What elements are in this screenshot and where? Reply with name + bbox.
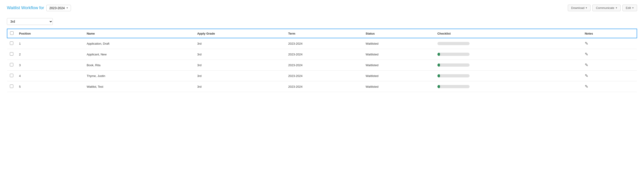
table-row: 3Book, Rita3rd2023-2024Waitlisted✎: [7, 60, 637, 71]
table-row: 4Thyme, Justin3rd2023-2024Waitlisted✎: [7, 71, 637, 81]
cell-term: 2023-2024: [286, 38, 363, 49]
cell-status: Waitlisted: [363, 81, 435, 92]
table-row: 2Applicant, New3rd2023-2024Waitlisted✎: [7, 49, 637, 60]
filter-row: 3rd4th5th6th7th8th: [7, 18, 637, 25]
grade-select[interactable]: 3rd4th5th6th7th8th: [7, 18, 53, 25]
waitlist-table: Position Name Apply Grade Term Status Ch…: [7, 29, 637, 92]
download-button[interactable]: Download ▾: [568, 4, 591, 11]
col-status: Status: [363, 29, 435, 38]
notes-edit-icon[interactable]: ✎: [585, 52, 588, 57]
col-position: Position: [16, 29, 84, 38]
communicate-label: Communicate: [596, 6, 614, 10]
table-row: 5Waitlist, Test3rd2023-2024Waitlisted✎: [7, 81, 637, 92]
communicate-button[interactable]: Communicate ▾: [592, 4, 620, 11]
cell-apply-grade: 3rd: [194, 81, 286, 92]
checklist-bar: [438, 63, 470, 67]
cell-name: Applicant, New: [84, 49, 194, 60]
cell-name: Application, Draft: [84, 38, 194, 49]
select-all-cell: [7, 29, 16, 38]
row-checkbox[interactable]: [10, 52, 13, 56]
row-checkbox-cell: [7, 38, 16, 49]
cell-position: 5: [16, 81, 84, 92]
cell-apply-grade: 3rd: [194, 38, 286, 49]
year-selector[interactable]: 2023-2024 ▾: [46, 5, 71, 11]
cell-notes: ✎: [582, 71, 637, 81]
col-apply-grade: Apply Grade: [194, 29, 286, 38]
year-value: 2023-2024: [49, 6, 65, 10]
table-body: 1Application, Draft3rd2023-2024Waitliste…: [7, 38, 637, 92]
cell-name: Thyme, Justin: [84, 71, 194, 81]
cell-notes: ✎: [582, 49, 637, 60]
cell-position: 2: [16, 49, 84, 60]
page-title: Waitlist Workflow for: [7, 5, 44, 10]
page-header: Waitlist Workflow for 2023-2024 ▾ Downlo…: [7, 4, 637, 11]
notes-edit-icon[interactable]: ✎: [585, 63, 588, 67]
row-checkbox-cell: [7, 60, 16, 71]
row-checkbox[interactable]: [10, 85, 13, 88]
year-chevron-icon: ▾: [66, 6, 68, 9]
table-row: 1Application, Draft3rd2023-2024Waitliste…: [7, 38, 637, 49]
col-notes: Notes: [582, 29, 637, 38]
cell-status: Waitlisted: [363, 71, 435, 81]
cell-notes: ✎: [582, 38, 637, 49]
cell-name: Waitlist, Test: [84, 81, 194, 92]
row-checkbox-cell: [7, 71, 16, 81]
cell-checklist: [435, 38, 582, 49]
table-header-row: Position Name Apply Grade Term Status Ch…: [7, 29, 637, 38]
row-checkbox[interactable]: [10, 41, 13, 45]
cell-checklist: [435, 60, 582, 71]
header-actions: Download ▾ Communicate ▾ Edit ▾: [568, 4, 637, 11]
cell-term: 2023-2024: [286, 81, 363, 92]
cell-status: Waitlisted: [363, 49, 435, 60]
notes-edit-icon[interactable]: ✎: [585, 74, 588, 78]
row-checkbox-cell: [7, 49, 16, 60]
cell-term: 2023-2024: [286, 71, 363, 81]
checklist-bar: [438, 85, 470, 88]
checklist-fill: [438, 74, 440, 77]
notes-edit-icon[interactable]: ✎: [585, 84, 588, 89]
cell-term: 2023-2024: [286, 49, 363, 60]
cell-apply-grade: 3rd: [194, 60, 286, 71]
header-left: Waitlist Workflow for 2023-2024 ▾: [7, 5, 71, 11]
checklist-fill: [438, 85, 440, 88]
cell-term: 2023-2024: [286, 60, 363, 71]
checklist-fill: [438, 63, 440, 67]
col-checklist: Checklist: [435, 29, 582, 38]
checklist-bar: [438, 42, 470, 45]
col-name: Name: [84, 29, 194, 38]
row-checkbox-cell: [7, 81, 16, 92]
cell-notes: ✎: [582, 81, 637, 92]
cell-position: 4: [16, 71, 84, 81]
cell-apply-grade: 3rd: [194, 49, 286, 60]
col-term: Term: [286, 29, 363, 38]
communicate-chevron-icon: ▾: [616, 6, 617, 9]
download-label: Download: [571, 6, 584, 10]
cell-checklist: [435, 49, 582, 60]
cell-name: Book, Rita: [84, 60, 194, 71]
checklist-bar: [438, 53, 470, 56]
cell-checklist: [435, 71, 582, 81]
notes-edit-icon[interactable]: ✎: [585, 41, 588, 46]
edit-label: Edit: [626, 6, 631, 10]
checklist-fill: [438, 53, 440, 56]
edit-chevron-icon: ▾: [632, 6, 634, 9]
cell-apply-grade: 3rd: [194, 71, 286, 81]
checklist-bar: [438, 74, 470, 77]
download-chevron-icon: ▾: [586, 6, 587, 9]
row-checkbox[interactable]: [10, 63, 13, 66]
select-all-checkbox[interactable]: [10, 31, 14, 35]
cell-position: 1: [16, 38, 84, 49]
cell-checklist: [435, 81, 582, 92]
cell-status: Waitlisted: [363, 60, 435, 71]
table-container: Position Name Apply Grade Term Status Ch…: [7, 29, 637, 92]
cell-status: Waitlisted: [363, 38, 435, 49]
cell-notes: ✎: [582, 60, 637, 71]
cell-position: 3: [16, 60, 84, 71]
row-checkbox[interactable]: [10, 74, 13, 77]
edit-button[interactable]: Edit ▾: [622, 4, 637, 11]
